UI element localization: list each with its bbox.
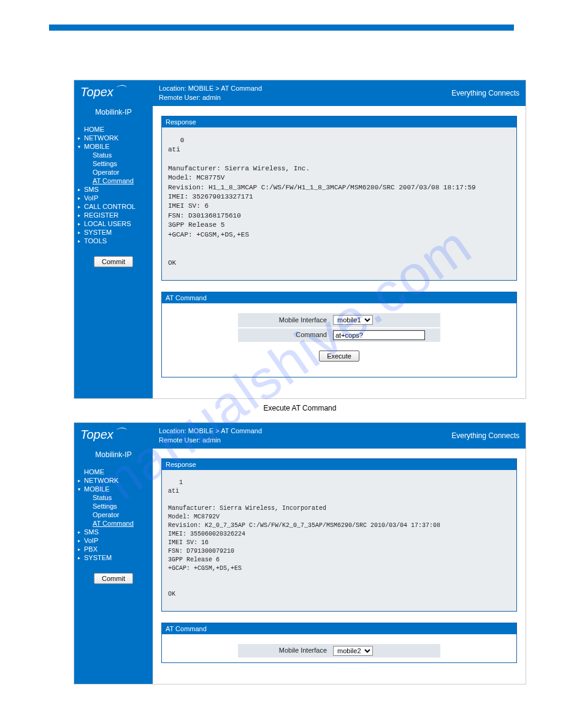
nav-mobile-atcommand[interactable]: AT Command [93,177,134,184]
nav-tools[interactable]: TOOLS [84,237,107,245]
response-title: Response [162,116,516,127]
breadcrumb: Location: MOBILE > AT Command [159,427,262,436]
caption: Execute AT Command [74,404,526,412]
nav-network[interactable]: NETWORK [84,477,118,484]
nav-sms[interactable]: SMS [84,528,99,536]
remote-user: Remote User: admin [159,436,262,445]
nav-network[interactable]: NETWORK [84,134,118,142]
product-name: Mobilink-IP [74,102,153,125]
nav-mobile-settings[interactable]: Settings [93,160,117,167]
nav-mobile-status[interactable]: Status [93,151,112,159]
nav-mobile[interactable]: MOBILE [84,485,110,493]
tagline: Everything Connects [451,89,519,97]
nav-home[interactable]: HOME [84,126,104,133]
tagline: Everything Connects [451,431,519,440]
nav-voip[interactable]: VoIP [84,537,98,544]
at-command-title: AT Command [162,623,516,634]
page-header: Location: MOBILE > AT Command Remote Use… [153,423,526,449]
nav-mobile[interactable]: MOBILE [84,143,110,150]
response-title: Response [162,459,516,470]
sidebar: Topex⌒ Mobilink-IP HOME ▸NETWORK ▾MOBILE… [74,80,153,398]
nav-home[interactable]: HOME [84,468,104,476]
response-panel: Response 1 ati Manufacturer: Sierra Wire… [161,458,517,612]
nav-mobile-operator[interactable]: Operator [93,511,119,518]
nav-pbx[interactable]: PBX [84,545,98,553]
breadcrumb: Location: MOBILE > AT Command [159,84,262,93]
nav-mobile-operator[interactable]: Operator [93,169,119,176]
sidebar: Topex⌒ Mobilink-IP HOME ▸NETWORK ▾MOBILE… [74,423,153,684]
at-command-title: AT Command [162,292,516,303]
brand-logo: Topex⌒ [74,80,153,102]
mobile-interface-label: Mobile Interface [241,316,333,325]
mobile-interface-select[interactable]: mobile2 [333,646,373,656]
mobile-interface-select[interactable]: mobile1 [333,315,373,325]
nav-mobile-settings[interactable]: Settings [93,502,117,510]
page-top-bar [49,25,514,31]
nav-sms[interactable]: SMS [84,186,99,193]
command-label: Command [241,330,333,339]
nav-localusers[interactable]: LOCAL USERS [84,220,131,227]
commit-button[interactable]: Commit [94,256,133,267]
response-body: 0 ati Manufacturer: Sierra Wireless, Inc… [162,127,516,280]
nav-mobile-atcommand[interactable]: AT Command [93,520,134,527]
nav-callcontrol[interactable]: CALL CONTROL [84,203,136,210]
nav-mobile-status[interactable]: Status [93,494,112,501]
brand-logo: Topex⌒ [74,423,153,444]
product-name: Mobilink-IP [74,444,153,468]
commit-button[interactable]: Commit [94,573,133,584]
nav-register[interactable]: REGISTER [84,211,118,219]
at-command-panel: AT Command Mobile Interface mobile2 [161,623,517,663]
response-panel: Response 0 ati Manufacturer: Sierra Wire… [161,116,517,281]
response-body: 1 ati Manufacturer: Sierra Wireless, Inc… [162,470,516,611]
nav-voip[interactable]: VoIP [84,194,98,202]
nav-system[interactable]: SYSTEM [84,554,112,561]
at-command-panel: AT Command Mobile Interface mobile1 Comm… [161,292,517,377]
command-input[interactable] [333,330,425,340]
mobile-interface-label: Mobile Interface [241,646,333,655]
remote-user: Remote User: admin [159,93,262,102]
execute-button[interactable]: Execute [319,351,359,362]
nav-system[interactable]: SYSTEM [84,229,112,236]
page-header: Location: MOBILE > AT Command Remote Use… [153,80,526,106]
